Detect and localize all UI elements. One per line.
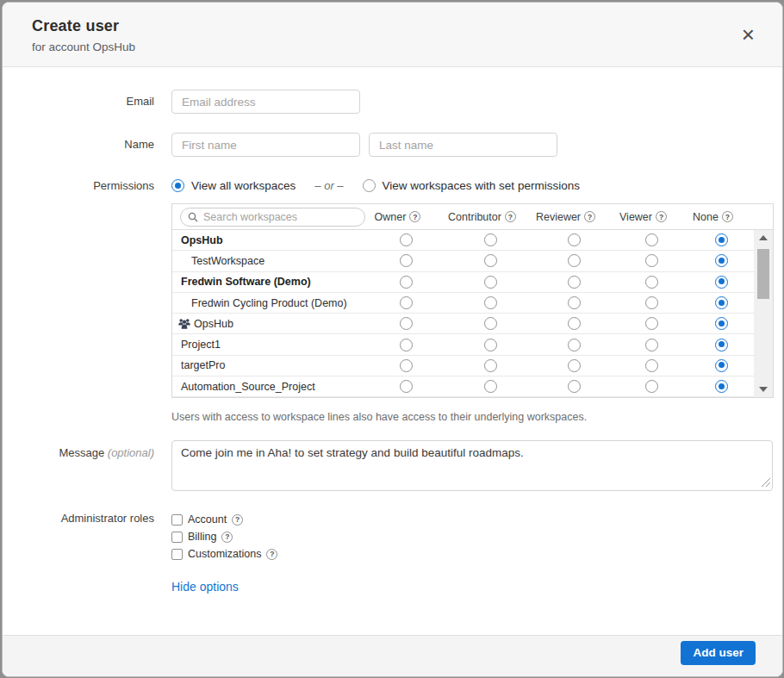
last-name-field[interactable] <box>369 133 557 157</box>
radio-viewer[interactable] <box>645 380 658 393</box>
help-icon[interactable]: ? <box>505 211 516 222</box>
workspace-row: Fredwin Cycling Product (Demo) <box>172 293 773 314</box>
radio-contributor[interactable] <box>484 380 497 393</box>
workspace-row: Fredwin Software (Demo) <box>172 272 773 293</box>
radio-viewer[interactable] <box>645 254 658 267</box>
admin-role-label: Account <box>188 513 227 526</box>
workspace-name: OpsHub <box>181 234 223 246</box>
radio-owner[interactable] <box>400 339 413 351</box>
radio-reviewer[interactable] <box>568 296 581 309</box>
radio-reviewer[interactable] <box>568 276 581 289</box>
help-icon[interactable]: ? <box>232 514 243 526</box>
radio-viewer[interactable] <box>645 276 658 289</box>
radio-owner[interactable] <box>400 380 413 393</box>
radio-reviewer[interactable] <box>568 339 581 351</box>
workspace-row: OpsHub <box>172 314 773 334</box>
radio-contributor[interactable] <box>484 276 497 289</box>
radio-none-selected[interactable] <box>715 359 728 372</box>
workspace-name-cell: Fredwin Cycling Product (Demo) <box>172 293 364 313</box>
radio-reviewer[interactable] <box>568 254 581 267</box>
email-row: Email <box>3 90 782 114</box>
workspace-row: OpsHub <box>172 230 773 251</box>
radio-reviewer[interactable] <box>568 359 581 372</box>
radio-contributor[interactable] <box>484 233 497 246</box>
help-icon[interactable]: ? <box>409 211 420 222</box>
add-user-button[interactable]: Add user <box>681 641 756 665</box>
radio-owner[interactable] <box>400 317 413 330</box>
radio-owner[interactable] <box>400 296 413 309</box>
workspace-search-input[interactable] <box>203 211 350 223</box>
admin-roles-label: Administrator roles <box>3 511 154 594</box>
radio-none-selected[interactable] <box>715 317 728 330</box>
radio-viewer[interactable] <box>645 317 658 330</box>
column-label: Contributor <box>448 211 501 223</box>
help-icon[interactable]: ? <box>722 211 733 222</box>
radio-owner[interactable] <box>400 276 413 289</box>
workspace-name: Automation_Source_Project <box>181 381 315 393</box>
radio-reviewer[interactable] <box>568 233 581 246</box>
scroll-up-icon[interactable] <box>754 232 773 244</box>
hide-options-link[interactable]: Hide options <box>171 580 277 594</box>
table-body: OpsHubTestWorkspaceFredwin Software (Dem… <box>172 230 773 397</box>
first-name-field[interactable] <box>171 133 360 157</box>
radio-viewer[interactable] <box>645 339 658 351</box>
message-row: Message (optional) Come join me in Aha! … <box>3 440 782 491</box>
radio-contributor[interactable] <box>484 254 497 267</box>
email-field[interactable] <box>171 90 360 114</box>
workspace-name: OpsHub <box>194 318 233 330</box>
help-icon[interactable]: ? <box>266 549 277 560</box>
workspace-row: Automation_Source_Project <box>172 376 773 397</box>
view-set-permissions-label: View workspaces with set permissions <box>383 179 580 192</box>
checkbox-billing[interactable] <box>171 532 183 543</box>
permissions-row: Permissions View all workspaces – or – V… <box>3 178 782 423</box>
radio-contributor[interactable] <box>484 317 497 330</box>
optional-label: (optional) <box>108 446 154 459</box>
or-separator: – or – <box>314 179 343 192</box>
help-icon[interactable]: ? <box>656 211 667 222</box>
email-label: Email <box>3 90 154 114</box>
workspace-search[interactable] <box>180 208 365 227</box>
radio-viewer[interactable] <box>645 359 658 372</box>
message-field[interactable]: Come join me in Aha! to set strategy and… <box>171 440 773 491</box>
help-icon[interactable]: ? <box>221 532 233 543</box>
radio-none-selected[interactable] <box>715 276 728 289</box>
workspace-row: Project1 <box>172 334 773 355</box>
modal-body: Email Name Permissions View all workspac… <box>3 67 782 635</box>
column-header-reviewer: Reviewer? <box>533 204 615 229</box>
workspace-name: TestWorkspace <box>191 255 264 267</box>
workspace-permissions-table: Owner?Contributor?Reviewer?Viewer?None? … <box>171 203 774 398</box>
workspace-name-cell: Automation_Source_Project <box>172 376 364 396</box>
radio-none-selected[interactable] <box>715 380 728 393</box>
radio-view-set-permissions[interactable] <box>363 179 376 192</box>
radio-owner[interactable] <box>400 254 413 267</box>
table-scrollbar[interactable] <box>754 230 773 397</box>
radio-view-all-workspaces-selected[interactable] <box>171 179 184 192</box>
radio-contributor[interactable] <box>484 296 497 309</box>
column-label: Viewer <box>619 211 652 223</box>
table-header: Owner?Contributor?Reviewer?Viewer?None? <box>172 204 773 230</box>
admin-role-customizations: Customizations? <box>171 545 277 563</box>
help-icon[interactable]: ? <box>584 211 595 222</box>
scrollbar-thumb[interactable] <box>757 249 769 299</box>
admin-role-label: Customizations <box>188 548 261 560</box>
scroll-down-icon[interactable] <box>754 383 773 395</box>
workspace-name-cell: TestWorkspace <box>172 251 364 271</box>
radio-none-selected[interactable] <box>715 296 728 309</box>
radio-owner[interactable] <box>400 359 413 372</box>
radio-reviewer[interactable] <box>568 317 581 330</box>
radio-none-selected[interactable] <box>715 233 728 246</box>
radio-viewer[interactable] <box>645 296 658 309</box>
radio-contributor[interactable] <box>484 359 497 372</box>
permissions-options: View all workspaces – or – View workspac… <box>171 178 774 193</box>
radio-contributor[interactable] <box>484 339 497 351</box>
radio-owner[interactable] <box>400 233 413 246</box>
radio-none-selected[interactable] <box>715 254 728 267</box>
checkbox-account[interactable] <box>171 514 183 526</box>
radio-reviewer[interactable] <box>568 380 581 393</box>
radio-viewer[interactable] <box>645 233 658 246</box>
workspace-name: Fredwin Cycling Product (Demo) <box>191 297 347 309</box>
radio-none-selected[interactable] <box>715 339 728 351</box>
modal-footer: Add user <box>3 635 782 676</box>
close-icon[interactable]: × <box>742 23 755 46</box>
checkbox-customizations[interactable] <box>171 549 183 560</box>
